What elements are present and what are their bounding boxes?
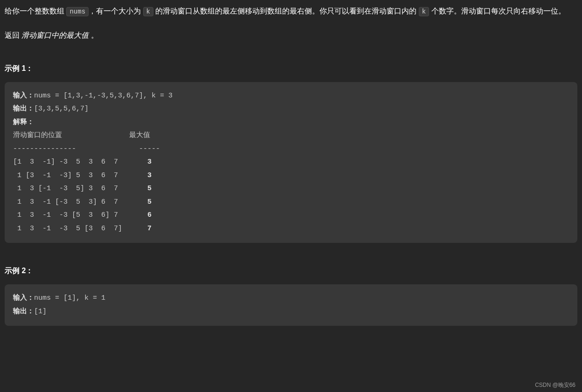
problem-description: 给你一个整数数组 nums，有一个大小为 k 的滑动窗口从数组的最左侧移动到数组… (5, 5, 577, 18)
watermark: CSDN @晚安66 (535, 381, 575, 389)
output-value-2: [1] (34, 308, 47, 316)
return-prefix: 返回 (5, 31, 21, 39)
desc-text-2: ，有一个大小为 (89, 7, 143, 15)
input-value-2: nums = [1], k = 1 (34, 294, 105, 302)
desc-text-1: 给你一个整数数组 (5, 7, 66, 15)
desc-text-3: 的滑动窗口从数组的最左侧移动到数组的最右侧。你只可以看到在滑动窗口内的 (153, 7, 419, 15)
table-max: 7 (147, 225, 152, 233)
return-italic: 滑动窗口中的最大值 (21, 31, 90, 39)
table-row: 1 3 -1 [-3 5 3] 6 7 (13, 198, 147, 206)
table-row: 1 3 -1 -3 [5 3 6] 7 (13, 211, 147, 219)
table-max: 3 (147, 172, 152, 179)
table-row: 1 3 [-1 -3 5] 3 6 7 (13, 185, 147, 193)
table-divider: --------------- ----- (13, 145, 160, 153)
output-label-1: 输出： (13, 105, 34, 113)
explain-label: 解释： (13, 118, 34, 126)
return-statement: 返回 滑动窗口中的最大值 。 (5, 31, 577, 41)
table-max: 5 (147, 198, 152, 206)
table-header: 滑动窗口的位置 最大值 (13, 131, 150, 139)
input-value-1: nums = [1,3,-1,-3,5,3,6,7], k = 3 (34, 92, 173, 100)
table-row: 1 [3 -1 -3] 5 3 6 7 (13, 172, 147, 179)
inline-code-k1: k (143, 7, 153, 16)
table-max: 3 (147, 158, 152, 166)
table-row: 1 3 -1 -3 5 [3 6 7] (13, 225, 147, 233)
input-label-2: 输入： (13, 294, 34, 302)
return-suffix: 。 (91, 31, 98, 39)
table-max: 6 (147, 211, 152, 219)
inline-code-k2: k (419, 7, 429, 16)
inline-code-nums: nums (66, 7, 89, 16)
input-label-1: 输入： (13, 92, 34, 100)
example1-title: 示例 1： (5, 64, 577, 74)
output-value-1: [3,3,5,5,6,7] (34, 105, 89, 113)
example1-code-block: 输入：nums = [1,3,-1,-3,5,3,6,7], k = 3 输出：… (5, 82, 577, 243)
desc-text-4: 个数字。滑动窗口每次只向右移动一位。 (429, 7, 565, 15)
example2-title: 示例 2： (5, 266, 577, 276)
table-max: 5 (147, 185, 152, 193)
example2-code-block: 输入：nums = [1], k = 1 输出：[1] (5, 284, 577, 326)
output-label-2: 输出： (13, 308, 34, 316)
table-row: [1 3 -1] -3 5 3 6 7 (13, 158, 147, 166)
